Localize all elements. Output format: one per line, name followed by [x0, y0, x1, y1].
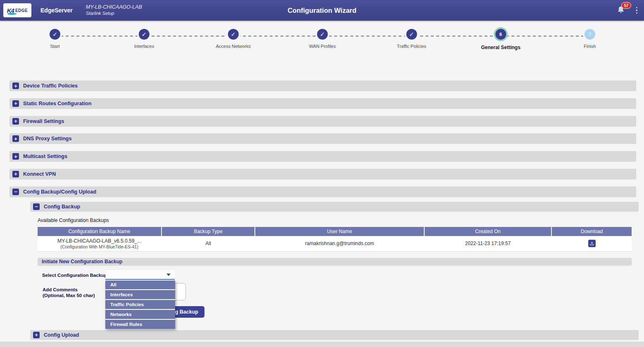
step-check-icon[interactable]: ✓ [404, 27, 418, 41]
section-label: Config Backup [44, 204, 80, 210]
k4edge-logo: K4 EDGE [3, 3, 31, 17]
expand-icon[interactable]: + [33, 332, 40, 338]
table-row: MY-LB-CHICAAGO-LAB_v6.5.0.59_...(Configu… [38, 236, 632, 252]
section-label: Firewall Settings [23, 118, 64, 124]
logo-wave-icon [7, 13, 17, 15]
step-label: Interfaces [134, 44, 154, 49]
step-label: Traffic Policies [397, 44, 426, 49]
section-label: Config Backup/Config Upload [23, 189, 96, 195]
step-check-icon[interactable]: ✓ [226, 27, 240, 41]
expand-icon[interactable]: + [12, 135, 19, 142]
column-header-configuration-backup-name: Configuration Backup Name [38, 227, 161, 236]
overflow-menu-button[interactable] [634, 5, 640, 16]
backups-table-header: Configuration Backup NameBackup TypeUser… [38, 227, 632, 236]
header-bar: K4 EDGE EdgeServer MY-LB-CHICAAGO-LAB St… [0, 0, 644, 21]
dropdown-option-interfaces[interactable]: Interfaces [105, 290, 175, 300]
cell-created-on: 2022-11-23 17:19:57 [425, 236, 551, 251]
dropdown-option-networks[interactable]: Networks [105, 310, 175, 320]
comments-hint-label: (Optional, Max 50 char) [43, 293, 95, 298]
wizard-stepper: ✓Start✓Interfaces✓Access Networks✓WAN Pr… [0, 26, 644, 58]
page-title: Configuration Wizard [288, 7, 356, 14]
cell-user-name: ramakrishnan.g@truminds.com [255, 236, 424, 251]
section-static-routes-configuration[interactable]: +Static Routes Configuration [10, 98, 636, 109]
step-label: General Settings [481, 45, 520, 50]
product-name: EdgeServer [40, 7, 73, 14]
stepper-step-general-settings: 6General Settings [481, 26, 520, 50]
step-check-icon[interactable]: ✓ [48, 27, 62, 41]
header-actions: 57 [616, 5, 640, 16]
initiate-backup-label: Initiate New Configuration Backup [42, 259, 122, 264]
column-header-backup-type: Backup Type [162, 227, 254, 236]
section-device-traffic-policies[interactable]: +Device Traffic Policies [10, 80, 636, 91]
section-label: Konnect VPN [23, 171, 56, 177]
step-check-icon[interactable]: ✓ [315, 27, 329, 41]
step-check-icon[interactable]: ✓ [137, 27, 151, 41]
dropdown-option-all[interactable]: All [105, 281, 175, 290]
step-number[interactable]: 7 [583, 27, 597, 41]
expand-icon[interactable]: + [12, 100, 19, 107]
notifications-button[interactable]: 57 [616, 5, 626, 15]
expand-icon[interactable]: + [12, 171, 19, 177]
section-label: Config Upload [44, 332, 79, 338]
backup-type-dropdown: AllInterfacesTraffic PoliciesNetworksFir… [105, 281, 175, 329]
section-dns-proxy-settings[interactable]: +DNS Proxy Settings [10, 133, 636, 144]
cell-backup-name: MY-LB-CHICAAGO-LAB_v6.5.0.59_...(Configu… [38, 236, 161, 251]
device-context: MY-LB-CHICAAGO-LAB Starlink Setup [86, 4, 142, 16]
device-name: MY-LB-CHICAAGO-LAB [86, 4, 142, 11]
stepper-step-start: ✓Start [48, 26, 62, 49]
cell-download [552, 236, 632, 251]
initiate-backup-form: Select Configuration Backup type Add Com… [30, 266, 639, 330]
collapse-icon[interactable]: − [33, 203, 40, 210]
chevron-down-icon [166, 274, 171, 276]
section-label: Static Routes Configuration [23, 101, 91, 106]
section-label: DNS Proxy Settings [23, 136, 71, 142]
step-label: Finish [583, 44, 597, 49]
backups-table: Configuration Backup NameBackup TypeUser… [38, 227, 632, 252]
config-backup-upload-body: − Config Backup Available Configuration … [30, 202, 639, 340]
section-config-backup[interactable]: − Config Backup [30, 202, 639, 212]
settings-accordion-list: +Device Traffic Policies+Static Routes C… [10, 80, 636, 340]
notification-badge: 57 [621, 2, 631, 9]
available-backups-label: Available Configuration Backups [38, 217, 639, 223]
section-config-upload[interactable]: + Config Upload [30, 330, 639, 340]
download-button[interactable] [588, 240, 596, 247]
expand-icon[interactable]: + [12, 153, 19, 160]
logo-edge-text: EDGE [15, 8, 28, 13]
comments-label: Add Comments [43, 287, 78, 292]
collapse-icon[interactable]: − [12, 189, 19, 195]
dropdown-option-firewall-rules[interactable]: Firewall Rules [105, 320, 175, 329]
step-label: Start [48, 44, 62, 49]
section-multicast-settings[interactable]: +Multicast Settings [10, 151, 636, 162]
expand-icon[interactable]: + [12, 83, 19, 89]
app-root: K4 EDGE EdgeServer MY-LB-CHICAAGO-LAB St… [0, 0, 644, 347]
section-config-backup-config-upload[interactable]: −Config Backup/Config Upload [10, 186, 636, 197]
section-konnect-vpn[interactable]: +Konnect VPN [10, 169, 636, 179]
expand-icon[interactable]: + [12, 118, 19, 125]
column-header-created-on: Created On [425, 227, 551, 236]
stepper-step-traffic-policies: ✓Traffic Policies [397, 26, 426, 49]
stepper-step-access-networks: ✓Access Networks [216, 26, 250, 49]
page-bottom-strip [0, 342, 644, 347]
column-header-user-name: User Name [255, 227, 424, 236]
stepper-step-wan-profiles: ✓WAN Profiles [309, 26, 336, 49]
section-firewall-settings[interactable]: +Firewall Settings [10, 116, 636, 127]
cell-backup-type: All [162, 236, 254, 251]
dropdown-option-traffic-policies[interactable]: Traffic Policies [105, 300, 175, 310]
stepper-step-interfaces: ✓Interfaces [134, 26, 154, 49]
initiate-backup-section-header: Initiate New Configuration Backup [38, 258, 632, 266]
device-setup-type: Starlink Setup [86, 11, 142, 17]
step-number[interactable]: 6 [494, 27, 508, 41]
column-header-download: Download [552, 227, 632, 236]
section-label: Device Traffic Policies [23, 83, 78, 89]
section-label: Multicast Settings [23, 153, 67, 159]
step-label: WAN Profiles [309, 44, 336, 49]
download-icon [589, 241, 594, 246]
stepper-step-finish: 7Finish [583, 26, 597, 49]
step-label: Access Networks [216, 44, 250, 49]
backup-type-select[interactable] [105, 270, 175, 280]
